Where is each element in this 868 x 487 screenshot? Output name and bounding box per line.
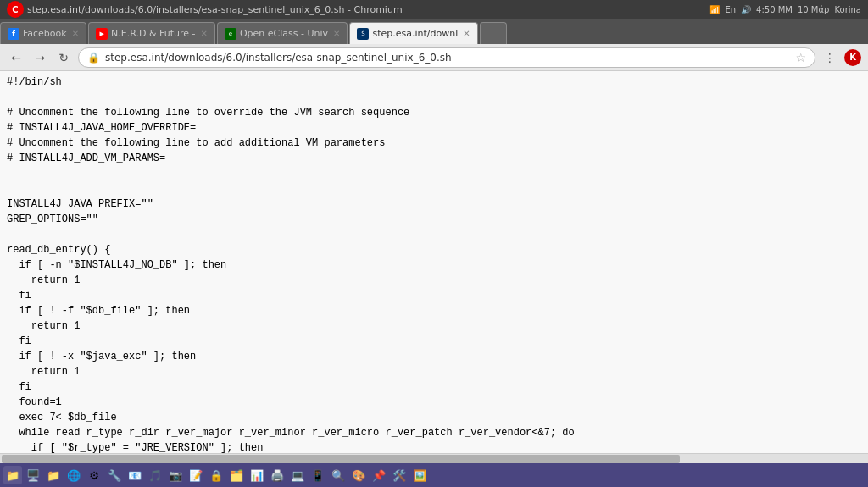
taskbar-icon-13[interactable]: 🖨️ — [268, 466, 287, 484]
scroll-thumb-h[interactable] — [2, 455, 680, 463]
taskbar-icon-7[interactable]: 🎵 — [146, 466, 164, 484]
address-bar: ← → ↻ 🔒 step.esa.int/downloads/6.0/insta… — [0, 44, 868, 71]
tab-facebook-label: Facebook — [23, 28, 67, 39]
forward-button[interactable]: → — [31, 48, 49, 67]
taskbar-icon-14[interactable]: 💻 — [288, 466, 307, 484]
taskbar: 📁 🖥️ 📁 🌐 ⚙️ 🔧 📧 🎵 📷 📝 🔒 🗂️ 📊 🖨️ 💻 📱 🔍 🎨 … — [0, 463, 868, 487]
taskbar-icon-8[interactable]: 📷 — [166, 466, 185, 484]
tab-eclass[interactable]: e Open eClass - Univ ✕ — [217, 22, 348, 44]
bookmark-icon[interactable]: ☆ — [795, 51, 806, 64]
network-icon: 📶 — [709, 5, 720, 14]
taskbar-icon-11[interactable]: 🗂️ — [227, 466, 246, 484]
taskbar-icon-3[interactable]: 🌐 — [64, 466, 83, 484]
esa-favicon: S — [357, 28, 369, 40]
taskbar-icon-10[interactable]: 🔒 — [207, 466, 225, 484]
tab-eclass-close[interactable]: ✕ — [333, 29, 340, 38]
url-text: step.esa.int/downloads/6.0/installers/es… — [105, 52, 790, 64]
taskbar-icon-4[interactable]: ⚙️ — [85, 466, 103, 484]
volume-icon: 🔊 — [741, 5, 751, 14]
taskbar-icon-5[interactable]: 🔧 — [105, 466, 124, 484]
lang-indicator: En — [725, 5, 736, 14]
code-content: #!/bin/sh # Uncomment the following line… — [0, 75, 868, 453]
tab-esa[interactable]: S step.esa.int/downl ✕ — [349, 22, 477, 44]
youtube-favicon: ▶ — [96, 28, 108, 40]
eclass-favicon: e — [225, 28, 236, 40]
taskbar-icon-6[interactable]: 📧 — [125, 466, 144, 484]
taskbar-icon-17[interactable]: 🎨 — [349, 466, 368, 484]
taskbar-icon-1[interactable]: 🖥️ — [24, 466, 42, 484]
profile-icon[interactable]: K — [844, 49, 861, 66]
tab-esa-close[interactable]: ✕ — [463, 29, 470, 38]
tab-esa-label: step.esa.int/downl — [372, 28, 458, 39]
tab-nerd[interactable]: ▶ N.E.R.D & Future - ✕ — [88, 22, 215, 44]
scroll-track-h[interactable] — [0, 454, 868, 464]
titlebar-left: C step.esa.int/downloads/6.0/installers/… — [7, 1, 403, 18]
tab-nerd-close[interactable]: ✕ — [201, 29, 208, 38]
menu-button[interactable]: ⋮ — [821, 48, 839, 67]
code-area[interactable]: #!/bin/sh # Uncomment the following line… — [0, 71, 868, 453]
taskbar-icon-9[interactable]: 📝 — [186, 466, 205, 484]
url-bar[interactable]: 🔒 step.esa.int/downloads/6.0/installers/… — [78, 47, 815, 68]
lock-icon: 🔒 — [87, 52, 100, 64]
chromium-logo: C — [7, 1, 24, 18]
tab-nerd-label: N.E.R.D & Future - — [111, 28, 195, 39]
tab-facebook[interactable]: f Facebook ✕ — [0, 22, 86, 44]
taskbar-files-icon[interactable]: 📁 — [3, 466, 22, 484]
taskbar-icon-15[interactable]: 📱 — [309, 466, 327, 484]
reload-button[interactable]: ↻ — [54, 48, 73, 67]
taskbar-icon-12[interactable]: 📊 — [248, 466, 266, 484]
facebook-favicon: f — [8, 28, 19, 40]
title-bar: C step.esa.int/downloads/6.0/installers/… — [0, 0, 868, 19]
date-display: 10 Μάρ — [798, 5, 829, 14]
tab-eclass-label: Open eClass - Univ — [240, 28, 328, 39]
tab-bar: f Facebook ✕ ▶ N.E.R.D & Future - ✕ e Op… — [0, 19, 868, 44]
taskbar-icon-16[interactable]: 🔍 — [329, 466, 348, 484]
tab-new[interactable] — [480, 22, 507, 44]
time-display: 4:50 MM — [756, 5, 793, 14]
titlebar-right: 📶 En 🔊 4:50 MM 10 Μάρ Korina — [709, 5, 861, 14]
window-title: step.esa.int/downloads/6.0/installers/es… — [27, 4, 403, 15]
back-button[interactable]: ← — [7, 48, 25, 67]
taskbar-icon-2[interactable]: 📁 — [44, 466, 63, 484]
taskbar-icon-19[interactable]: 🛠️ — [390, 466, 409, 484]
taskbar-icon-20[interactable]: 🖼️ — [410, 466, 429, 484]
taskbar-icon-18[interactable]: 📌 — [370, 466, 388, 484]
tab-facebook-close[interactable]: ✕ — [72, 29, 79, 38]
horizontal-scrollbar[interactable] — [0, 453, 868, 463]
user-name: Korina — [834, 5, 861, 14]
